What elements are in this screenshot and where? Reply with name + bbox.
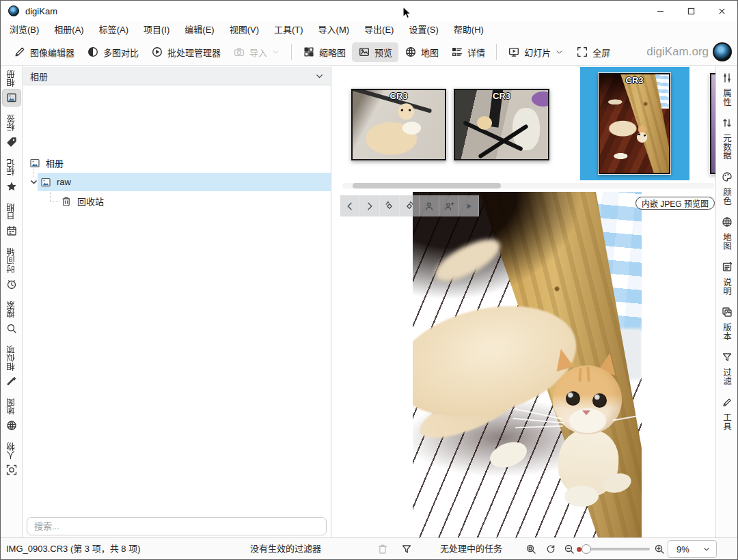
thumbnail-bar: CR3 CR3 CR3: [340, 66, 716, 190]
selection-highlight: [38, 173, 331, 191]
window-title: digiKam: [25, 6, 57, 16]
batch-queue-button[interactable]: 批处理管理器: [145, 42, 227, 62]
zoom-reset-button[interactable]: [545, 544, 556, 557]
filter-icon[interactable]: [401, 544, 412, 557]
zoom-level-value: 9%: [668, 544, 689, 555]
minimize-button[interactable]: [645, 1, 676, 21]
pencil-icon: [14, 46, 26, 58]
zoom-out-button[interactable]: [564, 544, 575, 557]
sidebar-tab-map[interactable]: 地图: [3, 397, 20, 434]
file-info: IMG_0903.CR3 (第 3 项，共 8 项): [6, 538, 141, 559]
menu-help[interactable]: 帮助(H): [446, 21, 491, 39]
zoom-fit-button[interactable]: [525, 544, 536, 557]
menu-tools[interactable]: 工具(T): [266, 21, 311, 39]
menu-settings[interactable]: 设置(S): [401, 21, 446, 39]
sidebar-tab-metadata[interactable]: 元数据: [718, 115, 736, 160]
maximize-button[interactable]: [676, 1, 707, 21]
sidebar-tab-search[interactable]: 搜索: [3, 300, 20, 337]
zoom-slider-handle[interactable]: [582, 544, 591, 554]
thumbnail-3-selected[interactable]: CR3: [599, 73, 670, 174]
properties-sliders-icon: [718, 70, 736, 86]
preview-photo[interactable]: [413, 192, 642, 538]
chevron-down-icon: [555, 48, 564, 57]
preview-view-button[interactable]: 预览: [352, 42, 398, 62]
sidebar-tab-map[interactable]: 地图: [718, 214, 736, 250]
right-sidebar-tabs: 属性 元数据 颜色 地图 说明 版本 过滤 工具: [715, 66, 737, 539]
list-details-icon: [451, 46, 463, 58]
thumbbar-scrollbar-thumb[interactable]: [353, 183, 501, 188]
menu-view[interactable]: 视图(V): [222, 21, 266, 39]
add-face-button[interactable]: [439, 195, 459, 216]
menu-album[interactable]: 相册(A): [46, 21, 91, 39]
sidebar-tab-people[interactable]: 人物: [3, 442, 20, 478]
tree-item-albums-root[interactable]: 相册: [23, 154, 331, 172]
sidebar-tab-properties[interactable]: 属性: [718, 70, 736, 106]
toolbar-separator: [496, 44, 497, 60]
menu-edit[interactable]: 编辑(E): [177, 21, 221, 39]
chevron-down-icon: [271, 48, 280, 57]
zoom-slider[interactable]: [578, 548, 650, 550]
zoom-slider-mark: [577, 547, 582, 552]
person-add-icon: [443, 201, 454, 212]
sidebar-tab-similarity[interactable]: 相似项: [3, 345, 20, 390]
menu-browse[interactable]: 浏览(B): [2, 21, 46, 39]
sidebar-tab-dates[interactable]: 日期: [3, 203, 20, 239]
import-button: 导入: [227, 42, 286, 62]
play-slideshow-button[interactable]: [459, 195, 479, 216]
image-editor-button[interactable]: 图像编辑器: [8, 42, 81, 62]
sidebar-tab-versions[interactable]: 版本: [718, 304, 736, 340]
picture-icon: [358, 46, 370, 58]
sidebar-tab-albums[interactable]: 相册: [3, 70, 20, 106]
rotate-right-button[interactable]: [400, 195, 420, 216]
album-panel-header[interactable]: 相册: [23, 67, 331, 85]
zoom-level-dropdown[interactable]: 9%: [668, 540, 717, 558]
fullscreen-button[interactable]: 全屏: [570, 42, 616, 62]
tree-item-raw[interactable]: raw: [23, 173, 331, 191]
sidebar-tab-timeline[interactable]: 时间轴: [3, 247, 20, 292]
sidebar-tab-tools[interactable]: 工具: [718, 394, 736, 430]
batch-queue-icon: [151, 46, 163, 58]
menu-import[interactable]: 导入(M): [311, 21, 357, 39]
tag-icon: [3, 134, 20, 150]
light-table-icon: [87, 46, 99, 58]
details-view-button[interactable]: 详情: [445, 42, 491, 62]
mouse-cursor: [402, 6, 415, 20]
next-button[interactable]: [360, 195, 380, 216]
thumbnails-view-button[interactable]: 缩略图: [297, 42, 352, 62]
person-icon: [424, 201, 435, 212]
face-tag-button[interactable]: [420, 195, 439, 216]
tree-item-trash[interactable]: 回收站: [23, 192, 331, 210]
brand-text: digiKam.org: [646, 45, 709, 59]
thumbnail-2[interactable]: CR3: [454, 89, 549, 160]
sidebar-tab-colors[interactable]: 颜色: [718, 169, 736, 205]
app-logo-icon: [8, 5, 19, 16]
albums-icon: [3, 89, 20, 106]
previous-button[interactable]: [340, 195, 360, 216]
thumbnail-1[interactable]: CR3: [351, 89, 446, 160]
close-button[interactable]: [707, 1, 737, 21]
funnel-icon: [718, 349, 736, 365]
rotate-left-button[interactable]: [380, 195, 400, 216]
format-badge: CR3: [390, 91, 407, 101]
menu-tag[interactable]: 标签(A): [92, 21, 136, 39]
map-view-button[interactable]: 地图: [398, 42, 445, 62]
sidebar-tab-tags[interactable]: 标签: [3, 114, 20, 150]
trash-icon: [61, 196, 72, 207]
sidebar-tab-labels[interactable]: 标记: [3, 158, 20, 195]
sidebar-tab-filters[interactable]: 过滤: [718, 349, 736, 385]
menu-item[interactable]: 项目(I): [136, 21, 177, 39]
light-table-button[interactable]: 多图对比: [81, 42, 145, 62]
zoom-in-button[interactable]: [654, 544, 665, 557]
search-input[interactable]: [27, 517, 327, 535]
preview-overlay-toolbar: [340, 195, 479, 216]
chevron-down-icon: [315, 72, 324, 81]
close-icon: [718, 8, 726, 15]
slideshow-button[interactable]: 幻灯片: [502, 42, 570, 62]
filter-status: 没有生效的过滤器: [250, 538, 321, 559]
colors-icon: [718, 169, 736, 185]
menu-export[interactable]: 导出(E): [357, 21, 401, 39]
main-toolbar: 图像编辑器 多图对比 批处理管理器 导入 缩略图 预览 地图: [1, 39, 737, 66]
trash-icon: [377, 544, 388, 557]
maximize-icon: [687, 8, 695, 15]
sidebar-tab-captions[interactable]: 说明: [718, 259, 736, 295]
